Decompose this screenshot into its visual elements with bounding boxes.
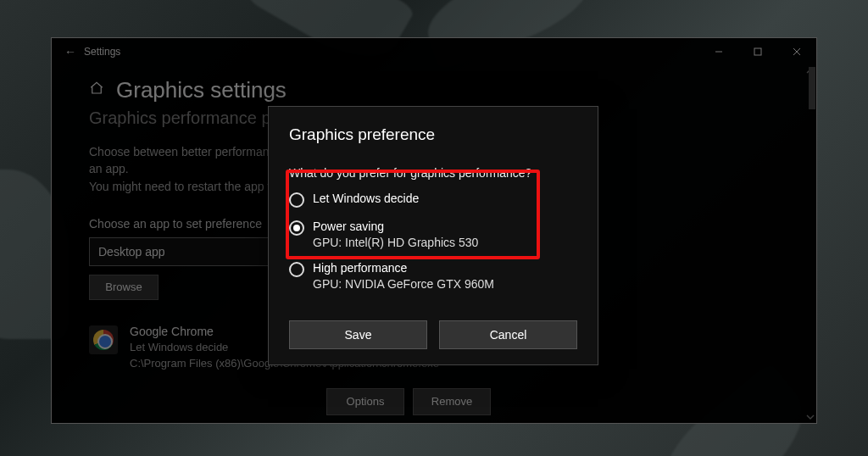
option-high-performance[interactable]: High performance GPU: NVIDIA GeForce GTX… — [289, 261, 577, 291]
chrome-icon — [93, 330, 114, 350]
back-button[interactable]: ← — [57, 45, 84, 58]
dropdown-value: Desktop app — [98, 245, 165, 259]
maximize-button[interactable] — [738, 38, 777, 65]
option-label: Power saving — [313, 220, 478, 233]
radio-icon — [289, 262, 304, 277]
cancel-button[interactable]: Cancel — [439, 320, 577, 349]
titlebar: ← Settings — [52, 38, 816, 65]
options-button[interactable]: Options — [326, 388, 404, 415]
app-icon — [89, 325, 118, 354]
window-title: Settings — [84, 46, 120, 58]
radio-icon — [289, 192, 304, 208]
minimize-button[interactable] — [699, 38, 738, 65]
remove-button[interactable]: Remove — [413, 388, 491, 415]
option-let-windows-decide[interactable]: Let Windows decide — [289, 192, 577, 208]
save-button[interactable]: Save — [289, 320, 427, 349]
option-gpu: GPU: NVIDIA GeForce GTX 960M — [313, 277, 494, 291]
dialog-question: What do you prefer for graphics performa… — [289, 166, 577, 180]
scroll-down-arrow[interactable] — [806, 413, 815, 421]
option-label: Let Windows decide — [313, 192, 419, 205]
scrollbar-thumb[interactable] — [809, 67, 815, 109]
option-gpu: GPU: Intel(R) HD Graphics 530 — [313, 236, 478, 249]
radio-icon — [289, 220, 304, 236]
home-icon[interactable] — [89, 81, 104, 100]
page-title: Graphics settings — [116, 77, 287, 103]
close-button[interactable] — [777, 38, 816, 65]
graphics-preference-dialog: Graphics preference What do you prefer f… — [268, 106, 598, 365]
dialog-title: Graphics preference — [289, 125, 577, 144]
svg-rect-1 — [754, 48, 761, 55]
scrollbar[interactable] — [809, 67, 815, 421]
option-power-saving[interactable]: Power saving GPU: Intel(R) HD Graphics 5… — [289, 220, 577, 249]
browse-button[interactable]: Browse — [89, 275, 159, 300]
option-label: High performance — [313, 261, 494, 275]
settings-window: ← Settings Graphics settings Graphics pe… — [51, 37, 817, 424]
